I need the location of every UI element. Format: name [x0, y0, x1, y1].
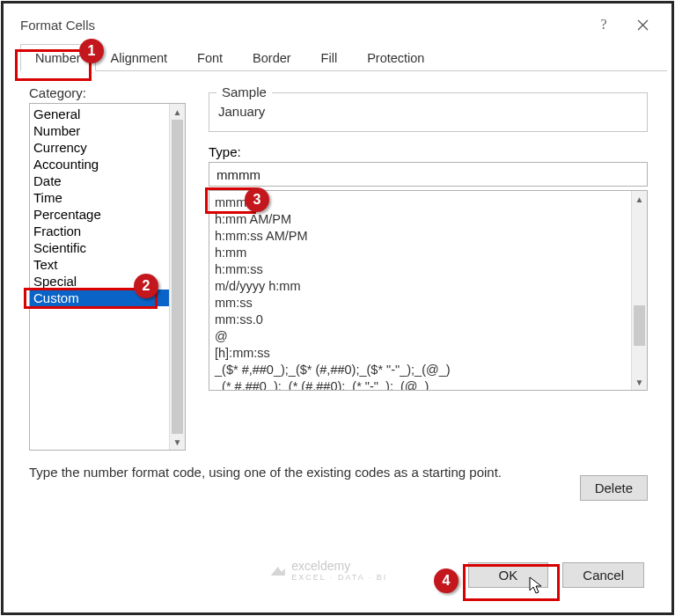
type-option[interactable]: h:mm	[215, 245, 626, 261]
watermark-sub: EXCEL · DATA · BI	[291, 573, 387, 582]
type-option[interactable]: mm:ss	[215, 295, 626, 312]
tab-content: Category: General Number Currency Accoun…	[8, 71, 667, 451]
callout-2: 2	[134, 274, 158, 298]
scroll-up-icon[interactable]: ▲	[632, 191, 647, 207]
type-option[interactable]: mm:ss.0	[215, 312, 626, 328]
type-option[interactable]: [h]:mm:ss	[215, 345, 626, 362]
close-icon[interactable]	[623, 8, 662, 41]
scroll-thumb[interactable]	[172, 120, 183, 434]
hint-text: Type the number format code, using one o…	[8, 451, 667, 480]
type-option[interactable]: h:mm AM/PM	[215, 211, 626, 228]
screenshot-frame: Format Cells ? Number Alignment Font Bor…	[1, 1, 674, 615]
category-item[interactable]: Time	[33, 189, 169, 206]
category-column: Category: General Number Currency Accoun…	[29, 85, 186, 451]
category-item[interactable]: Text	[33, 256, 169, 273]
category-item[interactable]: Scientific	[33, 239, 169, 256]
category-item[interactable]: Currency	[33, 139, 169, 156]
type-option[interactable]: m/d/yyyy h:mm	[215, 278, 626, 295]
sample-legend: Sample	[216, 84, 272, 99]
scroll-down-icon[interactable]: ▼	[632, 374, 647, 390]
tab-alignment[interactable]: Alignment	[96, 44, 182, 71]
tab-font[interactable]: Font	[182, 44, 238, 71]
button-row: OK Cancel	[468, 562, 644, 588]
delete-row: Delete	[580, 475, 648, 501]
category-label: Category:	[29, 85, 186, 100]
type-listbox[interactable]: mmm-yy h:mm AM/PM h:mm:ss AM/PM h:mm h:m…	[209, 190, 648, 391]
category-item[interactable]: Number	[33, 122, 169, 139]
tabs: Number Alignment Font Border Fill Protec…	[20, 43, 667, 71]
sample-value: January	[218, 95, 638, 119]
category-item[interactable]: Fraction	[33, 223, 169, 239]
category-item[interactable]: Percentage	[33, 206, 169, 223]
type-list: mmm-yy h:mm AM/PM h:mm:ss AM/PM h:mm h:m…	[209, 191, 631, 390]
category-item[interactable]: Date	[33, 172, 169, 189]
watermark-icon	[268, 563, 286, 577]
callout-4: 4	[434, 568, 459, 593]
category-item[interactable]: General	[33, 106, 169, 122]
help-icon[interactable]: ?	[584, 8, 623, 41]
type-option[interactable]: h:mm:ss AM/PM	[215, 228, 626, 245]
titlebar: Format Cells ?	[8, 8, 667, 41]
delete-button[interactable]: Delete	[580, 475, 648, 501]
callout-3: 3	[245, 187, 269, 212]
right-column: Sample January Type: mmm-yy h:mm AM/PM h…	[209, 85, 648, 451]
dialog-title: Format Cells	[20, 18, 95, 33]
scrollbar[interactable]: ▲ ▼	[631, 191, 647, 390]
type-option[interactable]: h:mm:ss	[215, 261, 626, 278]
type-option[interactable]: _($* #,##0_);_($* (#,##0);_($* "-"_);_(@…	[215, 362, 626, 378]
tab-border[interactable]: Border	[238, 44, 306, 71]
type-option[interactable]: mmm-yy	[215, 194, 626, 211]
sample-group: Sample January	[209, 92, 648, 132]
watermark: exceldemy EXCEL · DATA · BI	[268, 559, 387, 582]
scrollbar[interactable]: ▲ ▼	[169, 104, 185, 450]
type-option[interactable]: _(* #,##0_);_(* (#,##0);_(* "-"_);_(@_)	[215, 378, 626, 390]
type-label: Type:	[209, 144, 648, 159]
type-input[interactable]	[209, 162, 648, 187]
category-listbox[interactable]: General Number Currency Accounting Date …	[29, 103, 186, 451]
cancel-button[interactable]: Cancel	[562, 562, 644, 588]
watermark-name: exceldemy	[291, 559, 350, 573]
scroll-up-icon[interactable]: ▲	[170, 104, 185, 120]
cursor-icon	[529, 576, 545, 596]
type-option[interactable]: @	[215, 328, 626, 345]
callout-1: 1	[79, 39, 104, 63]
tab-protection[interactable]: Protection	[352, 44, 439, 71]
category-item[interactable]: Accounting	[33, 156, 169, 172]
format-cells-dialog: Format Cells ? Number Alignment Font Bor…	[8, 8, 667, 608]
scroll-thumb[interactable]	[634, 305, 645, 346]
tab-fill[interactable]: Fill	[306, 44, 353, 71]
scroll-down-icon[interactable]: ▼	[170, 434, 185, 450]
